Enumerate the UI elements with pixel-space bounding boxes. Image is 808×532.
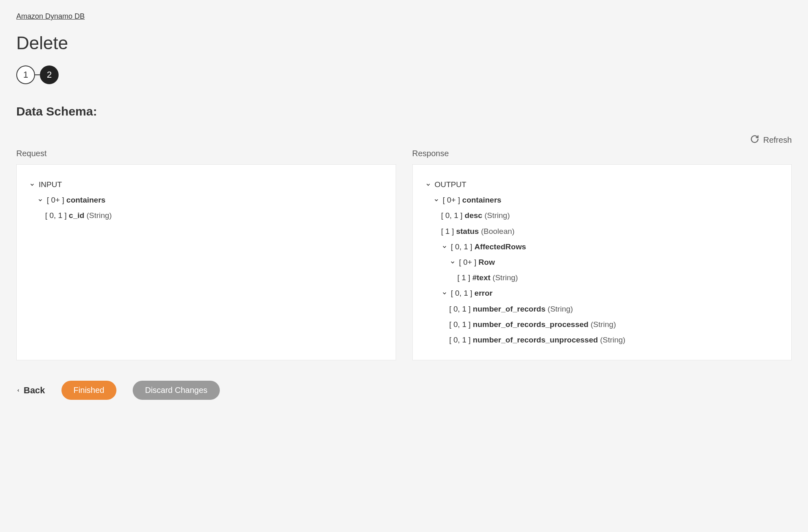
step-connector	[35, 74, 40, 75]
finished-button[interactable]: Finished	[61, 381, 117, 400]
tree-node-num-unprocessed: [ 0, 1 ] number_of_records_unprocessed (…	[425, 332, 780, 348]
chevron-down-icon	[425, 181, 431, 188]
tree-node-containers[interactable]: [ 0+ ] containers	[29, 192, 383, 208]
response-panel: OUTPUT [ 0+ ] containers [ 0, 1 ] desc (…	[412, 164, 792, 360]
chevron-down-icon	[449, 259, 456, 266]
chevron-left-icon	[16, 385, 20, 396]
request-panel: INPUT [ 0+ ] containers [ 0, 1 ] c_id (S…	[16, 164, 396, 360]
tree-label: [ 0+ ] containers	[47, 193, 105, 207]
back-button[interactable]: Back	[16, 385, 45, 396]
chevron-down-icon	[433, 197, 440, 203]
response-label: Response	[412, 149, 792, 158]
chevron-down-icon	[29, 181, 35, 188]
tree-node-desc: [ 0, 1 ] desc (String)	[425, 208, 780, 223]
breadcrumb-link[interactable]: Amazon Dynamo DB	[16, 12, 85, 21]
tree-label: [ 0, 1 ] c_id (String)	[45, 209, 112, 222]
refresh-label: Refresh	[763, 135, 792, 145]
tree-node-num-records: [ 0, 1 ] number_of_records (String)	[425, 301, 780, 317]
discard-button[interactable]: Discard Changes	[133, 381, 219, 400]
tree-label: OUTPUT	[435, 178, 466, 192]
chevron-down-icon	[441, 290, 448, 297]
tree-node-cid: [ 0, 1 ] c_id (String)	[29, 208, 383, 223]
tree-node-input[interactable]: INPUT	[29, 177, 383, 192]
tree-label: [ 0+ ] containers	[443, 193, 501, 207]
tree-label: [ 0, 1 ] error	[451, 286, 493, 300]
tree-label: [ 0+ ] Row	[459, 255, 495, 269]
tree-node-num-processed: [ 0, 1 ] number_of_records_processed (St…	[425, 317, 780, 332]
tree-node-containers[interactable]: [ 0+ ] containers	[425, 192, 780, 208]
section-title: Data Schema:	[16, 105, 792, 118]
tree-label: [ 0, 1 ] number_of_records_processed (St…	[449, 318, 616, 331]
back-label: Back	[24, 385, 45, 396]
refresh-icon	[750, 135, 759, 146]
step-1[interactable]: 1	[16, 65, 35, 84]
tree-label: [ 1 ] #text (String)	[458, 271, 518, 285]
page-title: Delete	[16, 33, 792, 53]
step-2[interactable]: 2	[40, 65, 59, 84]
tree-label: [ 0, 1 ] number_of_records_unprocessed (…	[449, 333, 626, 347]
request-label: Request	[16, 149, 396, 158]
footer-buttons: Back Finished Discard Changes	[16, 381, 792, 400]
chevron-down-icon	[441, 244, 448, 250]
tree-node-error[interactable]: [ 0, 1 ] error	[425, 286, 780, 301]
tree-label: [ 0, 1 ] desc (String)	[441, 209, 510, 222]
tree-label: [ 0, 1 ] AffectedRows	[451, 240, 526, 254]
tree-node-status: [ 1 ] status (Boolean)	[425, 224, 780, 239]
stepper: 1 2	[16, 65, 792, 84]
tree-node-row[interactable]: [ 0+ ] Row	[425, 255, 780, 270]
tree-label: [ 0, 1 ] number_of_records (String)	[449, 302, 573, 316]
tree-label: [ 1 ] status (Boolean)	[441, 225, 515, 238]
tree-node-output[interactable]: OUTPUT	[425, 177, 780, 192]
tree-node-text: [ 1 ] #text (String)	[425, 270, 780, 286]
tree-label: INPUT	[39, 178, 62, 192]
tree-node-affectedrows[interactable]: [ 0, 1 ] AffectedRows	[425, 239, 780, 255]
refresh-button[interactable]: Refresh	[16, 135, 792, 146]
chevron-down-icon	[37, 197, 44, 203]
